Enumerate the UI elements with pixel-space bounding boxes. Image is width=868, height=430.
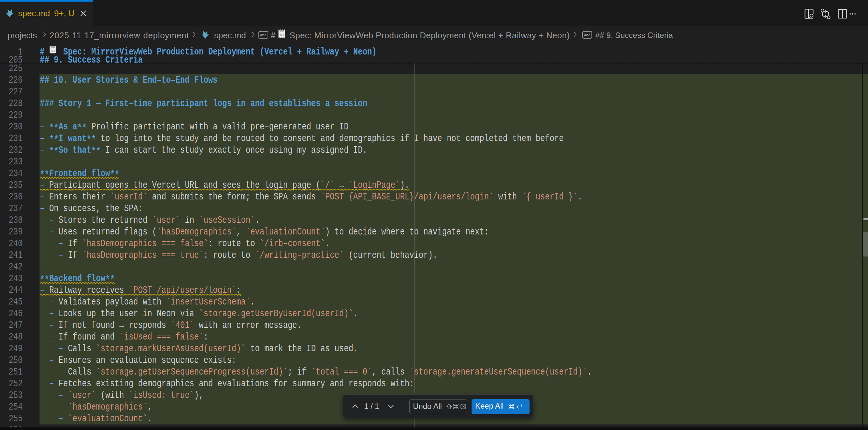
svg-text:abc: abc bbox=[260, 33, 267, 37]
svg-text:abc: abc bbox=[584, 33, 590, 37]
